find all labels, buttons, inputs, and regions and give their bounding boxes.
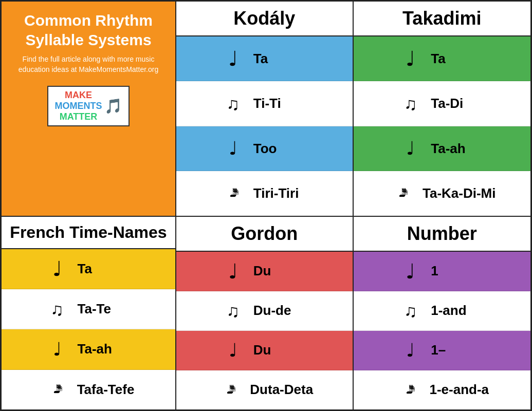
- gordon-syllable-1: Du: [253, 263, 310, 279]
- header-description: Common Rhythm Syllable Systems Find the …: [2, 2, 176, 217]
- note-sixteenth-4: 𝅘𝅥𝅯𝅘𝅥𝅯𝅘𝅥𝅯𝅘𝅥𝅯: [215, 384, 244, 396]
- logo-icon: 🎵: [104, 98, 122, 115]
- french-column: French Time-Names ♩ Ta ♫ Ta-Te ♩ Ta-ah 𝅘…: [2, 217, 176, 409]
- takadimi-row-1: ♩ Ta: [354, 36, 531, 81]
- french-syllable-1: Ta: [78, 261, 134, 277]
- logo-matter: MATTER: [55, 111, 102, 122]
- number-rows: ♩ 1 ♫ 1-and ♩ 1– 𝅘𝅥𝅯𝅘𝅥𝅯𝅘𝅥𝅯𝅘𝅥𝅯 1-e-and-a: [354, 252, 531, 409]
- french-syllable-3: Ta-ah: [78, 341, 134, 357]
- note-sixteenth-2: 𝅘𝅥𝅯𝅘𝅥𝅯𝅘𝅥𝅯𝅘𝅥𝅯: [388, 188, 416, 199]
- number-syllable-4: 1-e-and-a: [429, 382, 489, 398]
- note-quarter-2: ♩: [396, 48, 425, 69]
- french-row-3: ♩ Ta-ah: [2, 329, 175, 369]
- kodaly-row-1: ♩ Ta: [176, 36, 353, 81]
- gordon-column: Gordon ♩ Du ♫ Du-de ♩ Du 𝅘𝅥𝅯𝅘𝅥𝅯𝅘𝅥𝅯𝅘𝅥𝅯 Du…: [176, 217, 354, 409]
- note-eighth-3: ♫: [43, 301, 71, 318]
- kodaly-column: Kodály ♩ Ta ♫ Ti-Ti ♩ Too 𝅘𝅥𝅯𝅘𝅥𝅯𝅘𝅥𝅯𝅘𝅥𝅯 T…: [176, 2, 354, 217]
- note-sixteenth-1: 𝅘𝅥𝅯𝅘𝅥𝅯𝅘𝅥𝅯𝅘𝅥𝅯: [219, 188, 247, 199]
- note-dotted-1: ♩: [219, 139, 247, 158]
- takadimi-header: Takadimi: [354, 2, 531, 36]
- french-syllable-2: Ta-Te: [78, 301, 134, 317]
- takadimi-row-3: ♩ Ta-ah: [354, 126, 531, 171]
- main-grid: Common Rhythm Syllable Systems Find the …: [0, 0, 532, 411]
- number-row-3: ♩ 1–: [354, 331, 531, 370]
- note-quarter-4: ♩: [219, 261, 247, 282]
- number-syllable-2: 1-and: [431, 303, 487, 319]
- number-row-1: ♩ 1: [354, 252, 531, 291]
- note-eighth-1: ♫: [219, 95, 247, 113]
- takadimi-column: Takadimi ♩ Ta ♫ Ta-Di ♩ Ta-ah 𝅘𝅥𝅯𝅘𝅥𝅯𝅘𝅥𝅯𝅘…: [354, 2, 531, 217]
- french-row-2: ♫ Ta-Te: [2, 289, 175, 329]
- kodaly-syllable-4: Tiri-Tiri: [253, 185, 310, 201]
- number-header: Number: [354, 217, 531, 252]
- kodaly-header: Kodály: [176, 2, 353, 36]
- gordon-row-4: 𝅘𝅥𝅯𝅘𝅥𝅯𝅘𝅥𝅯𝅘𝅥𝅯 Duta-Deta: [176, 370, 353, 409]
- logo-make: MAKE: [55, 90, 102, 101]
- number-row-4: 𝅘𝅥𝅯𝅘𝅥𝅯𝅘𝅥𝅯𝅘𝅥𝅯 1-e-and-a: [354, 370, 531, 409]
- takadimi-row-4: 𝅘𝅥𝅯𝅘𝅥𝅯𝅘𝅥𝅯𝅘𝅥𝅯 Ta-Ka-Di-Mi: [354, 171, 531, 215]
- gordon-syllable-3: Du: [253, 342, 310, 358]
- kodaly-rows: ♩ Ta ♫ Ti-Ti ♩ Too 𝅘𝅥𝅯𝅘𝅥𝅯𝅘𝅥𝅯𝅘𝅥𝅯 Tiri-Tir…: [176, 36, 353, 216]
- french-header: French Time-Names: [2, 217, 175, 249]
- takadimi-rows: ♩ Ta ♫ Ta-Di ♩ Ta-ah 𝅘𝅥𝅯𝅘𝅥𝅯𝅘𝅥𝅯𝅘𝅥𝅯 Ta-Ka-…: [354, 36, 531, 216]
- kodaly-row-4: 𝅘𝅥𝅯𝅘𝅥𝅯𝅘𝅥𝅯𝅘𝅥𝅯 Tiri-Tiri: [176, 171, 353, 215]
- gordon-rows: ♩ Du ♫ Du-de ♩ Du 𝅘𝅥𝅯𝅘𝅥𝅯𝅘𝅥𝅯𝅘𝅥𝅯 Duta-Deta: [176, 252, 353, 409]
- logo-box: MAKE MOMENTS MATTER 🎵: [47, 86, 130, 126]
- french-row-4: 𝅘𝅥𝅯𝅘𝅥𝅯𝅘𝅥𝅯𝅘𝅥𝅯 Tafa-Tefe: [2, 370, 175, 409]
- takadimi-row-2: ♫ Ta-Di: [354, 81, 531, 126]
- number-syllable-1: 1: [431, 263, 487, 279]
- page-subtitle: Find the full article along with more mu…: [10, 54, 167, 74]
- note-quarter-5: ♩: [396, 261, 425, 282]
- gordon-row-2: ♫ Du-de: [176, 291, 353, 331]
- kodaly-syllable-3: Too: [253, 141, 310, 157]
- note-eighth-4: ♫: [219, 302, 247, 320]
- kodaly-syllable-2: Ti-Ti: [253, 96, 310, 111]
- french-row-1: ♩ Ta: [2, 249, 175, 289]
- kodaly-row-2: ♫ Ti-Ti: [176, 81, 353, 126]
- note-quarter-1: ♩: [219, 48, 247, 69]
- gordon-syllable-4: Duta-Deta: [250, 382, 313, 398]
- takadimi-syllable-1: Ta: [431, 51, 487, 67]
- french-syllable-4: Tafa-Tefe: [77, 382, 135, 398]
- note-eighth-5: ♫: [396, 302, 425, 320]
- page-title: Common Rhythm Syllable Systems: [10, 11, 167, 49]
- note-sixteenth-5: 𝅘𝅥𝅯𝅘𝅥𝅯𝅘𝅥𝅯𝅘𝅥𝅯: [395, 384, 423, 396]
- note-eighth-2: ♫: [396, 95, 425, 113]
- note-dotted-5: ♩: [396, 341, 425, 360]
- french-rows: ♩ Ta ♫ Ta-Te ♩ Ta-ah 𝅘𝅥𝅯𝅘𝅥𝅯𝅘𝅥𝅯𝅘𝅥𝅯 Tafa-T…: [2, 249, 175, 409]
- gordon-syllable-2: Du-de: [253, 303, 310, 319]
- note-dotted-4: ♩: [219, 341, 247, 360]
- kodaly-syllable-1: Ta: [253, 51, 310, 67]
- takadimi-syllable-4: Ta-Ka-Di-Mi: [423, 185, 496, 201]
- number-syllable-3: 1–: [431, 342, 487, 358]
- number-row-2: ♫ 1-and: [354, 291, 531, 331]
- gordon-header: Gordon: [176, 217, 353, 252]
- gordon-row-3: ♩ Du: [176, 331, 353, 370]
- note-sixteenth-3: 𝅘𝅥𝅯𝅘𝅥𝅯𝅘𝅥𝅯𝅘𝅥𝅯: [43, 384, 71, 395]
- number-column: Number ♩ 1 ♫ 1-and ♩ 1– 𝅘𝅥𝅯𝅘𝅥𝅯𝅘𝅥𝅯𝅘𝅥𝅯 1-e…: [354, 217, 531, 409]
- logo-moments: MOMENTS: [55, 101, 102, 111]
- note-dotted-2: ♩: [396, 139, 425, 158]
- note-dotted-3: ♩: [43, 340, 71, 359]
- takadimi-syllable-3: Ta-ah: [431, 141, 487, 157]
- takadimi-syllable-2: Ta-Di: [431, 96, 487, 111]
- kodaly-row-3: ♩ Too: [176, 126, 353, 171]
- gordon-row-1: ♩ Du: [176, 252, 353, 291]
- note-quarter-3: ♩: [43, 258, 71, 279]
